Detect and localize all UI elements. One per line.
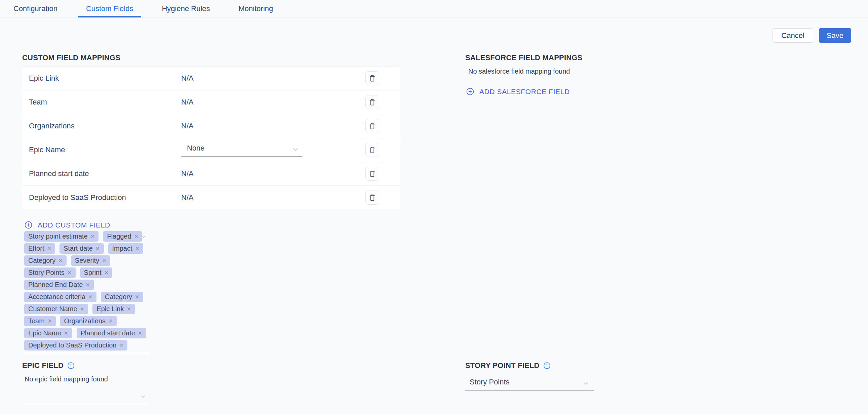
remove-chip-icon[interactable]: ×: [135, 293, 139, 301]
table-row: Epic Name None: [22, 138, 400, 162]
field-chip: Planned End Date×: [24, 280, 94, 290]
tab-configuration[interactable]: Configuration: [5, 0, 66, 17]
delete-field-button[interactable]: [365, 71, 379, 85]
remove-chip-icon[interactable]: ×: [59, 257, 63, 264]
delete-field-button[interactable]: [365, 143, 379, 157]
add-salesforce-field-label: ADD SALESFORCE FIELD: [479, 88, 570, 96]
info-icon[interactable]: [67, 361, 75, 370]
field-chip: Start date×: [60, 243, 103, 254]
delete-field-button[interactable]: [365, 191, 379, 205]
field-chip: Impact×: [108, 243, 144, 254]
field-name: Planned start date: [29, 169, 89, 178]
chevron-down-icon: [291, 145, 300, 154]
add-custom-field-button[interactable]: ADD CUSTOM FIELD: [24, 221, 400, 229]
remove-chip-icon[interactable]: ×: [64, 329, 68, 337]
chip-label: Story Points: [28, 269, 65, 277]
field-name: Epic Name: [29, 146, 65, 154]
epic-field-select[interactable]: [22, 388, 150, 404]
field-chip: Team×: [24, 316, 56, 326]
field-chip: Story point estimate×: [24, 231, 98, 242]
remove-chip-icon[interactable]: ×: [102, 257, 106, 264]
chip-label: Start date: [64, 245, 93, 252]
custom-field-picker[interactable]: Story point estimate× Flagged× Effort× S…: [22, 228, 174, 353]
field-value: N/A: [181, 122, 194, 130]
chip-label: Sprint: [84, 269, 101, 277]
remove-chip-icon[interactable]: ×: [96, 245, 100, 252]
add-salesforce-field-button[interactable]: ADD SALESFORCE FIELD: [466, 87, 741, 96]
chip-label: Planned End Date: [28, 281, 83, 289]
table-row: Planned start date N/A: [22, 162, 400, 186]
remove-chip-icon[interactable]: ×: [48, 317, 52, 325]
select-value: Story Points: [470, 378, 509, 386]
field-chip: Deployed to SaaS Production×: [24, 340, 127, 350]
trash-icon: [368, 122, 376, 130]
story-point-field-title-label: STORY POINT FIELD: [465, 361, 539, 370]
remove-chip-icon[interactable]: ×: [108, 317, 113, 325]
table-row: Deployed to SaaS Production N/A: [22, 186, 400, 209]
selected-field-chips: Story point estimate× Flagged× Effort× S…: [22, 228, 153, 350]
tab-bar: Configuration Custom Fields Hygiene Rule…: [0, 0, 868, 18]
field-value: N/A: [181, 169, 194, 178]
remove-chip-icon[interactable]: ×: [86, 281, 90, 289]
remove-chip-icon[interactable]: ×: [135, 245, 140, 252]
remove-chip-icon[interactable]: ×: [68, 269, 72, 277]
field-name: Team: [29, 98, 47, 106]
remove-chip-icon[interactable]: ×: [119, 342, 123, 349]
remove-chip-icon[interactable]: ×: [47, 245, 51, 252]
tab-custom-fields[interactable]: Custom Fields: [78, 0, 142, 17]
field-chip: Category×: [24, 255, 67, 266]
field-chip: Severity×: [71, 255, 110, 266]
field-value: N/A: [181, 98, 194, 106]
field-name: Deployed to SaaS Production: [29, 193, 126, 202]
chip-label: Customer Name: [28, 305, 77, 313]
tab-hygiene-rules[interactable]: Hygiene Rules: [154, 0, 218, 17]
chevron-down-icon[interactable]: [139, 232, 148, 241]
field-chip: Category×: [101, 292, 143, 302]
info-icon[interactable]: [543, 361, 551, 370]
trash-icon: [368, 74, 376, 82]
save-button[interactable]: Save: [819, 28, 851, 43]
delete-field-button[interactable]: [365, 119, 379, 133]
tab-monitoring[interactable]: Monitoring: [230, 0, 281, 17]
epic-field-title-label: EPIC FIELD: [22, 361, 64, 370]
remove-chip-icon[interactable]: ×: [104, 269, 108, 277]
chip-label: Team: [28, 317, 45, 325]
chip-label: Deployed to SaaS Production: [28, 342, 116, 349]
salesforce-field-mappings-section: SALESFORCE FIELD MAPPINGS No salesforce …: [465, 53, 741, 96]
remove-chip-icon[interactable]: ×: [88, 293, 92, 301]
remove-chip-icon[interactable]: ×: [80, 305, 84, 313]
plus-circle-icon: [24, 221, 33, 229]
field-chip: Organizations×: [60, 316, 117, 326]
select-value: None: [187, 144, 205, 153]
field-value-select[interactable]: None: [181, 142, 302, 157]
table-row: Organizations N/A: [22, 114, 400, 138]
table-row: Team N/A: [22, 90, 400, 114]
custom-field-mappings-title: CUSTOM FIELD MAPPINGS: [22, 53, 400, 62]
remove-chip-icon[interactable]: ×: [127, 305, 131, 313]
remove-chip-icon[interactable]: ×: [134, 232, 138, 240]
remove-chip-icon[interactable]: ×: [138, 329, 142, 337]
epic-field-section: EPIC FIELD No epic field mapping found: [22, 361, 174, 404]
chevron-down-icon: [581, 379, 590, 388]
field-chip: Epic Link×: [92, 304, 135, 314]
field-chip: Flagged×: [103, 231, 142, 242]
chip-label: Flagged: [107, 232, 131, 240]
chip-label: Planned start date: [81, 329, 135, 337]
story-point-field-select[interactable]: Story Points: [465, 375, 594, 391]
field-chip: Acceptance criteria×: [24, 292, 96, 302]
field-chip: Effort×: [24, 243, 55, 254]
custom-field-mappings-table: Epic Link N/A Team N/A Organizations N/A: [22, 66, 400, 209]
trash-icon: [368, 194, 376, 202]
field-name: Epic Link: [29, 74, 59, 83]
story-point-field-section: STORY POINT FIELD Story Points: [465, 361, 617, 391]
delete-field-button[interactable]: [365, 167, 379, 181]
field-chip: Sprint×: [80, 267, 113, 278]
field-chip: Customer Name×: [24, 304, 88, 314]
chip-label: Organizations: [64, 317, 105, 325]
table-row: Epic Link N/A: [22, 66, 400, 90]
plus-circle-icon: [466, 87, 474, 96]
remove-chip-icon[interactable]: ×: [91, 232, 95, 240]
delete-field-button[interactable]: [365, 95, 379, 109]
cancel-button[interactable]: Cancel: [773, 28, 813, 43]
chip-label: Category: [105, 293, 132, 301]
